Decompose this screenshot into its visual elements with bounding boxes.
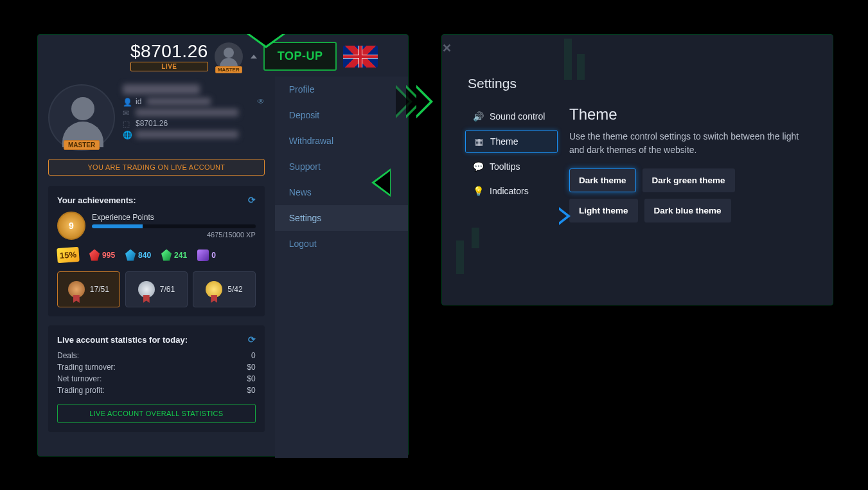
medal-bronze-icon	[68, 281, 85, 298]
nav-logout[interactable]: Logout	[275, 231, 408, 257]
account-type-badge: LIVE	[130, 62, 208, 71]
settings-nav-tooltips[interactable]: 💬 Tooltips	[465, 156, 558, 177]
dropdown-caret-icon[interactable]	[251, 55, 257, 59]
theme-heading: Theme	[569, 105, 810, 123]
header-avatar[interactable]: MASTER	[215, 42, 243, 71]
xp-text: 4675/15000 XP	[92, 231, 256, 239]
mail-icon: ✉	[123, 109, 130, 116]
stat-value: $0	[247, 363, 255, 372]
medal-bronze-count: 17/51	[90, 285, 109, 294]
profile-balance: $8701.26	[136, 119, 168, 128]
gem-purple-count: 0	[211, 251, 216, 260]
account-nav: Profile Deposit Withdrawal Support News …	[275, 77, 408, 458]
globe-icon: 🌐	[123, 131, 130, 138]
sound-icon: 🔊	[473, 111, 483, 122]
level-badge: 9	[57, 212, 85, 240]
medal-gold-icon	[206, 281, 222, 298]
theme-option-dark-blue[interactable]: Dark blue theme	[644, 199, 731, 222]
gem-green-count: 241	[174, 251, 187, 260]
gem-red-count: 995	[102, 251, 115, 260]
grid-icon: ▦	[474, 136, 484, 147]
xp-label: Experience Points	[92, 213, 256, 222]
medal-silver-icon	[138, 281, 155, 298]
medal-silver-count: 7/61	[160, 285, 175, 294]
avatar-rank-badge: MASTER	[215, 66, 242, 73]
gem-red-icon	[89, 250, 100, 261]
stat-value: 0	[251, 351, 256, 360]
user-icon: 👤	[123, 98, 130, 105]
stats-title: Live account statistics for today:	[57, 335, 188, 345]
settings-nav-theme[interactable]: ▦ Theme	[465, 130, 558, 153]
account-panel: $8701.26 LIVE MASTER TOP-UP MASTER 👤 id	[37, 34, 409, 457]
profile-name-hidden	[123, 84, 200, 95]
settings-title: Settings	[442, 54, 833, 91]
header-bar: $8701.26 LIVE MASTER TOP-UP	[38, 35, 408, 77]
settings-nav-indicators[interactable]: 💡 Indicators	[465, 180, 558, 202]
pointer-caret-icon	[247, 34, 285, 48]
settings-content: Theme Use the theme control settings to …	[569, 105, 810, 222]
bonus-badge: 15%	[57, 247, 80, 263]
tooltip-icon: 💬	[473, 161, 483, 172]
balance-block: $8701.26 LIVE	[130, 41, 208, 71]
bulb-icon: 💡	[473, 186, 483, 196]
language-flag-uk[interactable]	[343, 46, 378, 68]
profile-rank-badge: MASTER	[64, 140, 100, 150]
live-account-banner: YOU ARE TRADING ON LIVE ACCOUNT	[48, 159, 265, 176]
overall-stats-button[interactable]: LIVE ACCOUNT OVERALL STATISTICS	[57, 404, 256, 423]
id-label: id	[136, 97, 141, 106]
gem-blue-icon	[125, 250, 136, 261]
gem-green-icon	[161, 250, 172, 261]
xp-progress-bar	[92, 224, 256, 228]
theme-option-light[interactable]: Light theme	[569, 199, 638, 222]
profile-id-hidden	[146, 98, 211, 105]
refresh-icon[interactable]: ⟳	[248, 334, 256, 345]
medal-silver-card[interactable]: 7/61	[125, 271, 188, 307]
stat-label: Deals:	[57, 351, 79, 360]
stat-label: Trading profit:	[57, 386, 105, 395]
settings-nav-label: Indicators	[490, 186, 529, 196]
refresh-icon[interactable]: ⟳	[248, 195, 256, 205]
profile-info: 👤 id 👁 ✉ ⬚ $8701.26 🌐	[123, 84, 265, 151]
profile-avatar: MASTER	[48, 84, 115, 151]
settings-nav: 🔊 Sound control ▦ Theme 💬 Tooltips 💡 Ind…	[465, 105, 558, 222]
settings-nav-label: Tooltips	[490, 161, 520, 172]
theme-option-dark-green[interactable]: Dark green theme	[642, 168, 735, 192]
achievements-card: Your achievements: ⟳ 9 Experience Points…	[48, 186, 265, 316]
theme-description: Use the theme control settings to switch…	[569, 130, 810, 157]
profile-email-hidden	[136, 109, 238, 116]
stat-value: $0	[247, 374, 255, 383]
nav-settings[interactable]: Settings	[275, 205, 408, 231]
eye-toggle-icon[interactable]: 👁	[257, 97, 265, 106]
gem-blue-count: 840	[138, 251, 151, 260]
nav-profile[interactable]: Profile	[275, 77, 408, 102]
nav-deposit[interactable]: Deposit	[275, 102, 408, 128]
settings-nav-label: Theme	[490, 136, 518, 147]
settings-nav-sound[interactable]: 🔊 Sound control	[465, 105, 558, 127]
profile-country-hidden	[136, 131, 238, 138]
gem-purple-icon	[197, 250, 209, 261]
theme-option-dark[interactable]: Dark theme	[569, 168, 636, 192]
stat-value: $0	[247, 386, 255, 395]
nav-withdrawal[interactable]: Withdrawal	[275, 128, 408, 154]
stat-label: Trading turnover:	[57, 363, 116, 372]
wallet-icon: ⬚	[123, 120, 130, 127]
settings-nav-label: Sound control	[490, 111, 545, 122]
stat-label: Net turnover:	[57, 374, 102, 383]
stats-card: Live account statistics for today: ⟳ Dea…	[48, 325, 265, 432]
medal-gold-count: 5/42	[227, 285, 242, 294]
settings-panel: ✕ Settings 🔊 Sound control ▦ Theme 💬 Too…	[441, 34, 833, 305]
achievements-title: Your achievements:	[57, 195, 136, 205]
medal-bronze-card[interactable]: 17/51	[57, 271, 120, 307]
medal-gold-card[interactable]: 5/42	[193, 271, 256, 307]
profile-column: MASTER 👤 id 👁 ✉ ⬚	[38, 77, 275, 458]
balance-amount: $8701.26	[130, 41, 208, 62]
